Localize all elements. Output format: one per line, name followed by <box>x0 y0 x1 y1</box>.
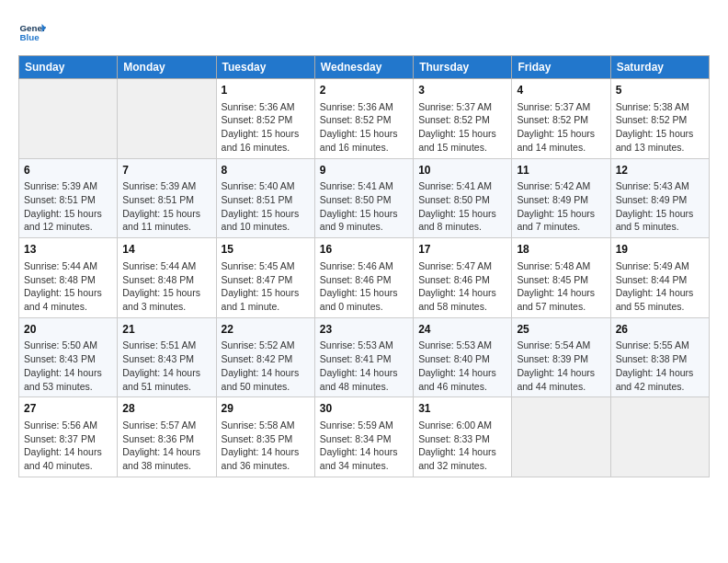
daylight-text: Daylight: 15 hours and 10 minutes. <box>222 207 310 234</box>
sunrise-text: Sunrise: 5:48 AM <box>517 259 605 273</box>
page-header: General Blue <box>18 18 710 46</box>
sunset-text: Sunset: 8:49 PM <box>616 193 704 207</box>
day-number: 20 <box>24 322 112 338</box>
logo: General Blue <box>18 18 46 46</box>
sunset-text: Sunset: 8:40 PM <box>418 352 506 366</box>
daylight-text: Daylight: 14 hours and 48 minutes. <box>320 366 408 393</box>
sunrise-text: Sunrise: 5:39 AM <box>24 179 112 193</box>
day-number: 30 <box>320 401 408 417</box>
weekday-header: Thursday <box>414 56 512 79</box>
calendar-cell: 23Sunrise: 5:53 AMSunset: 8:41 PMDayligh… <box>314 317 413 397</box>
sunrise-text: Sunrise: 5:39 AM <box>122 179 210 193</box>
sunset-text: Sunset: 8:43 PM <box>122 352 210 366</box>
daylight-text: Daylight: 15 hours and 15 minutes. <box>418 127 506 154</box>
day-number: 26 <box>616 322 704 338</box>
sunrise-text: Sunrise: 5:57 AM <box>122 419 210 432</box>
calendar-cell: 27Sunrise: 5:56 AMSunset: 8:37 PMDayligh… <box>19 397 118 477</box>
daylight-text: Daylight: 14 hours and 53 minutes. <box>24 366 112 393</box>
calendar-cell <box>610 397 709 477</box>
sunrise-text: Sunrise: 5:55 AM <box>616 339 704 352</box>
sunset-text: Sunset: 8:52 PM <box>616 113 704 127</box>
sunrise-text: Sunrise: 5:40 AM <box>222 179 310 193</box>
sunrise-text: Sunrise: 6:00 AM <box>418 419 506 432</box>
day-number: 13 <box>24 242 112 258</box>
calendar-cell: 30Sunrise: 5:59 AMSunset: 8:34 PMDayligh… <box>314 397 413 477</box>
calendar-cell: 26Sunrise: 5:55 AMSunset: 8:38 PMDayligh… <box>610 317 709 397</box>
sunrise-text: Sunrise: 5:38 AM <box>616 100 704 114</box>
calendar-cell: 14Sunrise: 5:44 AMSunset: 8:48 PMDayligh… <box>118 238 216 318</box>
sunset-text: Sunset: 8:50 PM <box>418 193 506 207</box>
sunrise-text: Sunrise: 5:37 AM <box>517 100 605 114</box>
day-number: 28 <box>122 401 210 417</box>
sunrise-text: Sunrise: 5:36 AM <box>320 100 408 114</box>
sunrise-text: Sunrise: 5:41 AM <box>320 179 408 193</box>
sunset-text: Sunset: 8:50 PM <box>320 193 408 207</box>
day-number: 22 <box>222 322 310 338</box>
day-number: 12 <box>616 163 704 178</box>
daylight-text: Daylight: 15 hours and 0 minutes. <box>320 286 408 313</box>
daylight-text: Daylight: 14 hours and 55 minutes. <box>616 286 704 313</box>
calendar-cell: 22Sunrise: 5:52 AMSunset: 8:42 PMDayligh… <box>216 317 314 397</box>
sunset-text: Sunset: 8:33 PM <box>418 432 506 446</box>
daylight-text: Daylight: 14 hours and 58 minutes. <box>418 286 506 313</box>
calendar-cell: 8Sunrise: 5:40 AMSunset: 8:51 PMDaylight… <box>216 158 314 238</box>
daylight-text: Daylight: 15 hours and 13 minutes. <box>616 127 704 154</box>
calendar-cell: 3Sunrise: 5:37 AMSunset: 8:52 PMDaylight… <box>414 79 512 159</box>
daylight-text: Daylight: 14 hours and 46 minutes. <box>418 366 506 393</box>
sunrise-text: Sunrise: 5:52 AM <box>222 339 310 352</box>
calendar-cell <box>512 397 610 477</box>
sunset-text: Sunset: 8:52 PM <box>517 113 605 127</box>
logo-icon: General Blue <box>18 18 46 46</box>
sunset-text: Sunset: 8:44 PM <box>616 273 704 287</box>
sunrise-text: Sunrise: 5:53 AM <box>418 339 506 352</box>
daylight-text: Daylight: 14 hours and 42 minutes. <box>616 366 704 393</box>
sunset-text: Sunset: 8:48 PM <box>122 273 210 287</box>
sunset-text: Sunset: 8:37 PM <box>24 432 112 446</box>
calendar-cell: 1Sunrise: 5:36 AMSunset: 8:52 PMDaylight… <box>216 79 314 159</box>
daylight-text: Daylight: 14 hours and 44 minutes. <box>517 366 605 393</box>
sunrise-text: Sunrise: 5:37 AM <box>418 100 506 114</box>
daylight-text: Daylight: 15 hours and 14 minutes. <box>517 127 605 154</box>
sunset-text: Sunset: 8:46 PM <box>320 273 408 287</box>
daylight-text: Daylight: 14 hours and 32 minutes. <box>418 445 506 472</box>
sunset-text: Sunset: 8:45 PM <box>517 273 605 287</box>
calendar-cell: 5Sunrise: 5:38 AMSunset: 8:52 PMDaylight… <box>610 79 709 159</box>
daylight-text: Daylight: 14 hours and 38 minutes. <box>122 445 210 472</box>
daylight-text: Daylight: 15 hours and 11 minutes. <box>122 207 210 234</box>
day-number: 31 <box>418 401 506 417</box>
sunset-text: Sunset: 8:51 PM <box>122 193 210 207</box>
day-number: 29 <box>222 401 310 417</box>
daylight-text: Daylight: 14 hours and 40 minutes. <box>24 445 112 472</box>
calendar-cell: 25Sunrise: 5:54 AMSunset: 8:39 PMDayligh… <box>512 317 610 397</box>
daylight-text: Daylight: 14 hours and 50 minutes. <box>222 366 310 393</box>
sunrise-text: Sunrise: 5:44 AM <box>24 259 112 273</box>
calendar-cell: 7Sunrise: 5:39 AMSunset: 8:51 PMDaylight… <box>118 158 216 238</box>
day-number: 15 <box>222 242 310 258</box>
daylight-text: Daylight: 15 hours and 5 minutes. <box>616 207 704 234</box>
day-number: 25 <box>517 322 605 338</box>
sunrise-text: Sunrise: 5:42 AM <box>517 179 605 193</box>
sunset-text: Sunset: 8:35 PM <box>222 432 310 446</box>
calendar-cell: 11Sunrise: 5:42 AMSunset: 8:49 PMDayligh… <box>512 158 610 238</box>
calendar-cell: 24Sunrise: 5:53 AMSunset: 8:40 PMDayligh… <box>414 317 512 397</box>
day-number: 1 <box>222 83 310 98</box>
daylight-text: Daylight: 14 hours and 36 minutes. <box>222 445 310 472</box>
day-number: 23 <box>320 322 408 338</box>
calendar-table: SundayMondayTuesdayWednesdayThursdayFrid… <box>18 55 710 477</box>
sunset-text: Sunset: 8:51 PM <box>24 193 112 207</box>
day-number: 2 <box>320 83 408 98</box>
sunset-text: Sunset: 8:38 PM <box>616 352 704 366</box>
calendar-cell: 13Sunrise: 5:44 AMSunset: 8:48 PMDayligh… <box>19 238 118 318</box>
day-number: 19 <box>616 242 704 258</box>
day-number: 24 <box>418 322 506 338</box>
day-number: 8 <box>222 163 310 178</box>
sunrise-text: Sunrise: 5:44 AM <box>122 259 210 273</box>
calendar-cell: 9Sunrise: 5:41 AMSunset: 8:50 PMDaylight… <box>314 158 413 238</box>
day-number: 5 <box>616 83 704 98</box>
sunrise-text: Sunrise: 5:46 AM <box>320 259 408 273</box>
sunset-text: Sunset: 8:52 PM <box>418 113 506 127</box>
calendar-cell: 2Sunrise: 5:36 AMSunset: 8:52 PMDaylight… <box>314 79 413 159</box>
day-number: 7 <box>122 163 210 178</box>
sunset-text: Sunset: 8:34 PM <box>320 432 408 446</box>
calendar-cell: 17Sunrise: 5:47 AMSunset: 8:46 PMDayligh… <box>414 238 512 318</box>
